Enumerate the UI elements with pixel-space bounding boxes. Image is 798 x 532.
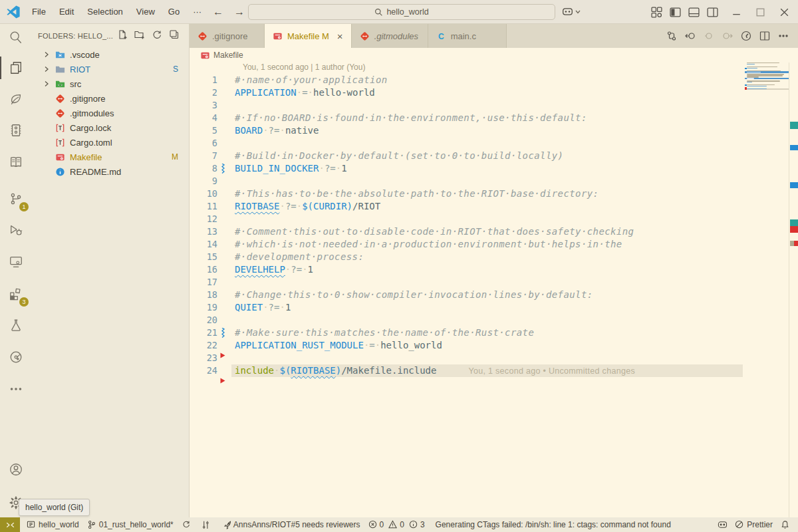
tab-mainc[interactable]: Cmain.c	[428, 24, 507, 48]
line-number: 4	[190, 112, 217, 124]
code-line-3[interactable]: 3	[190, 99, 798, 112]
line-number: 21	[190, 327, 217, 339]
code-line-24[interactable]: 24include·$(RIOTBASE)/Makefile.includeYo…	[190, 364, 798, 377]
toggle-secondary-sidebar-icon[interactable]	[707, 7, 718, 18]
code-line-15[interactable]: 15#·development·process:	[190, 251, 798, 263]
menu-more[interactable]: ···	[186, 0, 208, 23]
explorer-item-vscode[interactable]: .vscode	[32, 47, 189, 62]
remote-indicator[interactable]	[0, 517, 20, 532]
code-editor[interactable]: You, 1 second ago | 1 author (You) 1#·na…	[190, 63, 798, 517]
toggle-panel-icon[interactable]	[688, 7, 700, 18]
search-input[interactable]: hello_world	[248, 4, 555, 20]
board-activity-item[interactable]	[0, 117, 32, 144]
search-activity-item[interactable]	[0, 24, 32, 51]
code-line-7[interactable]: 7#·Build·in·Docker·by·default·(set·to·0·…	[190, 150, 798, 162]
close-icon[interactable]	[779, 7, 790, 18]
code-line-20[interactable]: 20	[190, 314, 798, 327]
close-tab-icon[interactable]: ×	[337, 31, 343, 42]
customize-layout-icon[interactable]	[651, 7, 662, 18]
code-line-6[interactable]: 6	[190, 137, 798, 150]
explorer-item-makefile[interactable]: MakefileM	[32, 150, 189, 164]
code-line-4[interactable]: 4#·If·no·BOARD·is·found·in·the·environme…	[190, 112, 798, 124]
more-activity-item[interactable]	[0, 376, 32, 402]
copilot-menu[interactable]	[562, 7, 581, 17]
run-debug-activity-item[interactable]	[0, 217, 32, 243]
new-folder-icon[interactable]	[134, 29, 145, 42]
book-activity-item[interactable]	[0, 149, 32, 176]
explorer-item-gitignore[interactable]: .gitignore	[32, 91, 189, 106]
code-line-10[interactable]: 10#·This·has·to·be·the·absolute·path·to·…	[190, 188, 798, 200]
extensions-activity-item[interactable]: 3	[0, 281, 32, 307]
menu-file[interactable]: File	[25, 0, 53, 23]
status-problems[interactable]: 003	[364, 520, 429, 529]
breadcrumb[interactable]: Makefile	[190, 48, 798, 63]
code-line-23[interactable]: 23	[190, 352, 798, 364]
code-line-8[interactable]: 8BUILD_IN_DOCKER·?=·1	[190, 162, 798, 175]
previous-change-icon[interactable]	[685, 31, 696, 41]
menu-edit[interactable]: Edit	[53, 0, 80, 23]
status-notifications[interactable]	[777, 520, 794, 529]
status-prettier[interactable]: Prettier	[731, 520, 777, 529]
tab-gitignore[interactable]: .gitignore	[190, 24, 265, 48]
explorer-activity-item[interactable]	[0, 55, 32, 81]
code-line-12[interactable]: 12	[190, 213, 798, 225]
menu-selection[interactable]: Selection	[80, 0, 129, 23]
code-line-11[interactable]: 11RIOTBASE·?=·$(CURDIR)/RIOT	[190, 200, 798, 213]
forward-icon[interactable]: →	[234, 6, 245, 18]
status-ctags[interactable]: Generating CTags failed: /bin/sh: line 1…	[432, 520, 675, 529]
code-line-2[interactable]: 2APPLICATION·=·hello-world	[190, 86, 798, 99]
minimize-icon[interactable]	[731, 7, 742, 18]
code-line-14[interactable]: 14#·which·is·not·needed·in·a·production·…	[190, 238, 798, 251]
toggle-sidebar-icon[interactable]	[670, 7, 681, 18]
explorer-item-cargotoml[interactable]: Cargo.toml	[32, 135, 189, 150]
tab-gitmodules[interactable]: .gitmodules	[352, 24, 428, 48]
remote-explorer-activity-item[interactable]	[0, 249, 32, 275]
code-line-9[interactable]: 9	[190, 175, 798, 188]
tab-Makefile[interactable]: Makefile M×	[265, 24, 352, 48]
explorer-item-gitmodules[interactable]: .gitmodules	[32, 106, 189, 120]
split-editor-icon[interactable]	[759, 31, 770, 41]
minimap[interactable]	[745, 63, 789, 93]
explorer-item-cargolock[interactable]: Cargo.lock	[32, 120, 189, 135]
source-control-activity-item[interactable]: 1	[0, 186, 32, 212]
maximize-icon[interactable]	[755, 7, 766, 18]
tab-label: .gitignore	[212, 31, 247, 41]
account-activity-item[interactable]	[0, 456, 32, 483]
code-line-18[interactable]: 18#·Change·this·to·0·show·compiler·invoc…	[190, 289, 798, 301]
back-icon[interactable]: ←	[213, 6, 223, 18]
prev-disabled-icon[interactable]	[704, 31, 714, 41]
code-line-21[interactable]: 21#·Make·sure·this·matches·the·name·of·t…	[190, 327, 798, 339]
code-line-1[interactable]: 1#·name·of·your·application	[190, 74, 798, 86]
code-line-13[interactable]: 13#·Comment·this·out·to·disable·code·in·…	[190, 225, 798, 238]
menu-go[interactable]: Go	[162, 0, 186, 23]
gitlens-activity-item[interactable]	[0, 344, 32, 370]
status-compare[interactable]	[198, 520, 215, 529]
new-file-icon[interactable]	[117, 29, 128, 42]
file-label: Makefile	[70, 152, 102, 162]
collapse-icon[interactable]	[169, 29, 180, 42]
menu-view[interactable]: View	[130, 0, 162, 23]
explorer-item-readmemd[interactable]: README.md	[32, 164, 189, 179]
status-branch[interactable]: 01_rust_hello_world*	[83, 520, 178, 529]
status-pr[interactable]: AnnsAnns/RIOT#5 needs reviewers	[217, 520, 364, 529]
status-workspace[interactable]: hello_world	[23, 520, 83, 529]
code-line-22[interactable]: 22APPLICATION_RUST_MODULE·=·hello_world	[190, 339, 798, 352]
explorer-item-riot[interactable]: RIOTS	[32, 62, 189, 76]
line-number: 9	[190, 175, 217, 188]
line-content: RIOTBASE·?=·$(CURDIR)/RIOT	[235, 200, 380, 213]
refresh-icon[interactable]	[152, 29, 162, 42]
explorer-item-src[interactable]: src	[32, 76, 189, 91]
breadcrumb-item[interactable]: Makefile	[213, 51, 243, 60]
code-line-17[interactable]: 17	[190, 276, 798, 289]
status-sync[interactable]	[178, 520, 195, 529]
test-flask-activity-item[interactable]	[0, 312, 32, 338]
leaf-activity-item[interactable]	[0, 86, 32, 112]
status-copilot[interactable]	[714, 520, 731, 529]
code-line-19[interactable]: 19QUIET·?=·1	[190, 301, 798, 314]
code-line-16[interactable]: 16DEVELHELP·?=·1	[190, 263, 798, 276]
next-change-icon[interactable]	[722, 31, 733, 41]
code-line-5[interactable]: 5BOARD·?=·native	[190, 124, 798, 137]
more-actions-icon[interactable]	[778, 31, 789, 41]
timeline-icon[interactable]	[741, 31, 751, 41]
open-changes-icon[interactable]	[666, 31, 677, 41]
